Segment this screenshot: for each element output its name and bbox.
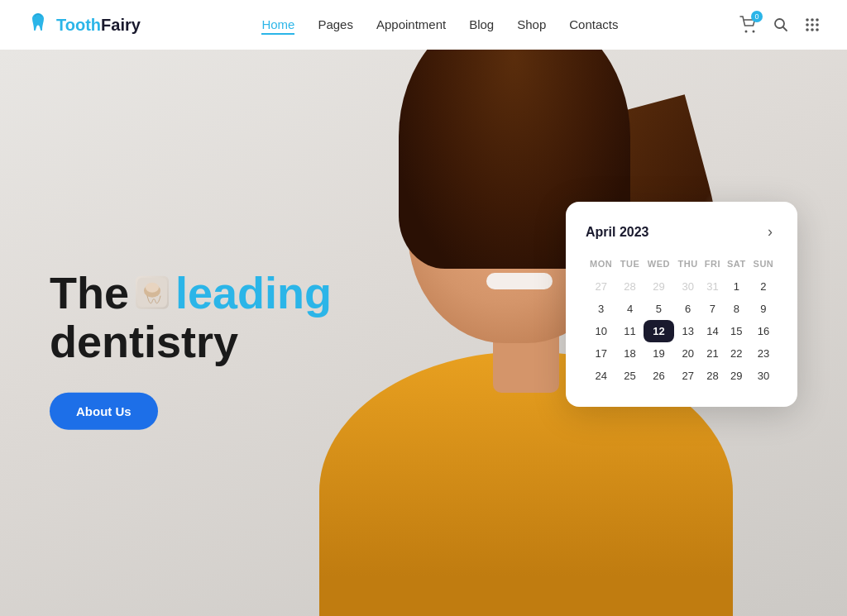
calendar-day-24[interactable]: 24 <box>586 365 616 387</box>
calendar-day-14[interactable]: 14 <box>701 320 723 342</box>
grid-menu-button[interactable] <box>804 17 821 33</box>
svg-point-11 <box>816 28 819 31</box>
hero-title: The leading dentistry <box>50 268 332 366</box>
calendar-day-19[interactable]: 19 <box>644 342 674 365</box>
nav-item-contacts[interactable]: Contacts <box>569 17 618 32</box>
calendar-widget: April 2023 › MON TUE WED THU FRI SAT SUN… <box>566 202 797 407</box>
calendar-day-15[interactable]: 15 <box>724 320 749 342</box>
nav-item-blog[interactable]: Blog <box>469 17 494 32</box>
hero-section: The leading dentistry About Us April 202… <box>0 50 847 616</box>
calendar-header: April 2023 › <box>586 222 778 242</box>
nav-icons: 0 <box>739 16 821 34</box>
svg-point-14 <box>146 283 159 293</box>
calendar-day-3[interactable]: 3 <box>586 298 616 320</box>
calendar-month-title: April 2023 <box>586 225 648 240</box>
svg-point-2 <box>775 19 784 28</box>
svg-point-0 <box>745 31 748 33</box>
calendar-day-29[interactable]: 29 <box>644 275 674 298</box>
weekday-sun: SUN <box>749 255 778 275</box>
calendar-next-button[interactable]: › <box>763 222 778 242</box>
calendar-day-5[interactable]: 5 <box>644 298 674 320</box>
calendar-grid: MON TUE WED THU FRI SAT SUN 272829303112… <box>586 255 778 387</box>
calendar-day-10[interactable]: 10 <box>586 320 616 342</box>
calendar-day-12[interactable]: 12 <box>644 320 674 342</box>
svg-point-4 <box>811 18 814 21</box>
calendar-day-25[interactable]: 25 <box>616 365 643 387</box>
calendar-body: 2728293031123456789101112131415161718192… <box>586 275 778 387</box>
nav-link-contacts[interactable]: Contacts <box>569 17 618 31</box>
calendar-day-13[interactable]: 13 <box>674 320 701 342</box>
calendar-week-1: 272829303112 <box>586 275 778 298</box>
calendar-day-8[interactable]: 8 <box>724 298 749 320</box>
nav-link-blog[interactable]: Blog <box>469 17 494 31</box>
nav-links: Home Pages Appointment Blog Shop Contact… <box>261 17 618 32</box>
nav-link-home[interactable]: Home <box>261 17 294 35</box>
calendar-day-30[interactable]: 30 <box>674 275 701 298</box>
search-icon <box>773 17 789 33</box>
grid-icon <box>804 17 821 33</box>
svg-point-3 <box>806 18 809 21</box>
nav-item-appointment[interactable]: Appointment <box>376 17 446 32</box>
svg-point-7 <box>811 23 814 26</box>
cart-button[interactable]: 0 <box>739 16 758 34</box>
hero-title-leading: leading <box>175 268 332 317</box>
calendar-day-2[interactable]: 2 <box>749 275 778 298</box>
calendar-day-30[interactable]: 30 <box>749 365 778 387</box>
hero-title-dentistry: dentistry <box>50 318 332 366</box>
calendar-day-26[interactable]: 26 <box>644 365 674 387</box>
calendar-day-31[interactable]: 31 <box>701 275 723 298</box>
weekday-mon: MON <box>586 255 616 275</box>
logo-text: ToothFairy <box>56 16 141 35</box>
calendar-day-1[interactable]: 1 <box>724 275 749 298</box>
weekday-wed: WED <box>644 255 674 275</box>
navbar: ToothFairy Home Pages Appointment Blog S… <box>0 0 847 50</box>
nav-item-pages[interactable]: Pages <box>318 17 353 32</box>
about-us-button[interactable]: About Us <box>50 393 158 430</box>
calendar-day-4[interactable]: 4 <box>616 298 643 320</box>
calendar-week-5: 24252627282930 <box>586 365 778 387</box>
weekday-fri: FRI <box>701 255 723 275</box>
calendar-day-27[interactable]: 27 <box>674 365 701 387</box>
calendar-week-4: 17181920212223 <box>586 342 778 365</box>
calendar-day-9[interactable]: 9 <box>749 298 778 320</box>
calendar-day-7[interactable]: 7 <box>701 298 723 320</box>
svg-point-5 <box>816 18 819 21</box>
hero-content: The leading dentistry About Us <box>50 268 332 430</box>
calendar-day-27[interactable]: 27 <box>586 275 616 298</box>
search-button[interactable] <box>773 17 789 33</box>
nav-item-home[interactable]: Home <box>261 17 294 32</box>
logo[interactable]: ToothFairy <box>26 11 141 39</box>
nav-link-shop[interactable]: Shop <box>517 17 546 31</box>
hero-title-the: The <box>50 268 129 317</box>
calendar-day-28[interactable]: 28 <box>701 365 723 387</box>
tooth-icon <box>26 11 50 39</box>
calendar-day-28[interactable]: 28 <box>616 275 643 298</box>
calendar-day-22[interactable]: 22 <box>724 342 749 365</box>
calendar-day-6[interactable]: 6 <box>674 298 701 320</box>
hero-title-line1: The leading <box>50 268 332 317</box>
hero-teeth <box>486 273 553 289</box>
svg-point-6 <box>806 23 809 26</box>
calendar-day-18[interactable]: 18 <box>616 342 643 365</box>
calendar-week-2: 3456789 <box>586 298 778 320</box>
calendar-day-23[interactable]: 23 <box>749 342 778 365</box>
calendar-week-3: 10111213141516 <box>586 320 778 342</box>
weekday-tue: TUE <box>616 255 643 275</box>
hero-tooth-thumbnail <box>136 276 169 309</box>
calendar-day-20[interactable]: 20 <box>674 342 701 365</box>
calendar-day-16[interactable]: 16 <box>749 320 778 342</box>
svg-point-1 <box>753 31 755 33</box>
weekday-sat: SAT <box>724 255 749 275</box>
cart-badge: 0 <box>751 11 763 22</box>
calendar-day-21[interactable]: 21 <box>701 342 723 365</box>
svg-point-10 <box>811 28 814 31</box>
svg-point-9 <box>806 28 809 31</box>
nav-item-shop[interactable]: Shop <box>517 17 546 32</box>
logo-fairy: Fairy <box>101 16 141 34</box>
calendar-day-29[interactable]: 29 <box>724 365 749 387</box>
nav-link-appointment[interactable]: Appointment <box>376 17 446 31</box>
calendar-day-17[interactable]: 17 <box>586 342 616 365</box>
calendar-day-11[interactable]: 11 <box>616 320 643 342</box>
calendar-weekdays: MON TUE WED THU FRI SAT SUN <box>586 255 778 275</box>
nav-link-pages[interactable]: Pages <box>318 17 353 31</box>
